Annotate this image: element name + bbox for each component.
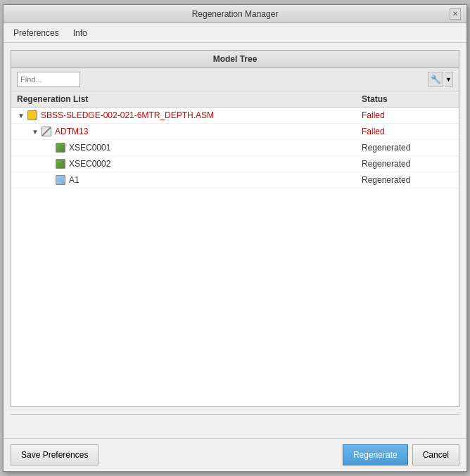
regenerate-button[interactable]: Regenerate <box>343 444 408 465</box>
content-area: Model Tree 🔧 ▼ Regeneration List Status <box>4 43 466 438</box>
footer: Save Preferences Regenerate Cancel <box>4 438 466 471</box>
xsec-icon <box>55 142 66 153</box>
table-row[interactable]: ▼ SBSS-SLEDGE-002-021-6MTR_DEPTH.ASM Fai… <box>11 108 459 124</box>
a1-icon <box>55 174 66 186</box>
toolbar-icons: 🔧 ▼ <box>428 72 453 87</box>
table-row[interactable]: ▶ XSEC0002 Regenerated <box>11 156 459 172</box>
chevron-down-icon: ▼ <box>445 76 452 83</box>
node-label: SBSS-SLEDGE-002-021-6MTR_DEPTH.ASM <box>41 110 362 120</box>
node-status: Regenerated <box>362 175 453 185</box>
col-header-status: Status <box>362 94 453 104</box>
filter-icon-button[interactable]: 🔧 <box>428 72 443 87</box>
close-button[interactable]: ✕ <box>450 8 461 20</box>
node-label: XSEC0002 <box>69 159 362 169</box>
filter-dropdown-arrow[interactable]: ▼ <box>445 72 453 87</box>
table-row[interactable]: ▶ XSEC0001 Regenerated <box>11 140 459 156</box>
cancel-button[interactable]: Cancel <box>412 444 459 465</box>
save-preferences-button[interactable]: Save Preferences <box>11 444 99 465</box>
menu-info[interactable]: Info <box>69 27 91 39</box>
search-input[interactable] <box>17 72 80 87</box>
diagonal-icon <box>41 126 52 137</box>
node-label: ADTM13 <box>55 127 362 136</box>
footer-right-buttons: Regenerate Cancel <box>343 444 459 465</box>
tree-toggle[interactable]: ▼ <box>17 111 25 120</box>
menu-bar: Preferences Info <box>4 23 466 43</box>
window-title: Regeneration Manager <box>20 9 450 19</box>
node-status: Regenerated <box>362 143 453 153</box>
asm-icon <box>27 110 38 121</box>
node-status: Regenerated <box>362 159 453 169</box>
column-header-row: Regeneration List Status <box>11 91 459 108</box>
node-label: A1 <box>69 175 362 185</box>
table-row[interactable]: ▼ ADTM13 Failed <box>11 124 459 140</box>
node-status: Failed <box>362 110 453 120</box>
col-header-name: Regeneration List <box>17 94 362 104</box>
model-tree-panel: Model Tree 🔧 ▼ Regeneration List Status <box>11 50 459 407</box>
node-label: XSEC0001 <box>69 143 362 153</box>
tree-toggle[interactable]: ▼ <box>31 127 39 136</box>
regeneration-manager-window: Regeneration Manager ✕ Preferences Info … <box>3 4 467 472</box>
search-toolbar: 🔧 ▼ <box>11 68 459 91</box>
title-bar: Regeneration Manager ✕ <box>4 5 466 23</box>
filter-icon: 🔧 <box>431 75 441 84</box>
model-tree-header: Model Tree <box>11 51 459 68</box>
node-status: Failed <box>362 127 453 136</box>
status-bar <box>11 414 459 431</box>
table-row[interactable]: ▶ A1 Regenerated <box>11 172 459 188</box>
tree-container: ▼ SBSS-SLEDGE-002-021-6MTR_DEPTH.ASM Fai… <box>11 108 459 406</box>
menu-preferences[interactable]: Preferences <box>9 27 63 39</box>
xsec-icon <box>55 158 66 169</box>
